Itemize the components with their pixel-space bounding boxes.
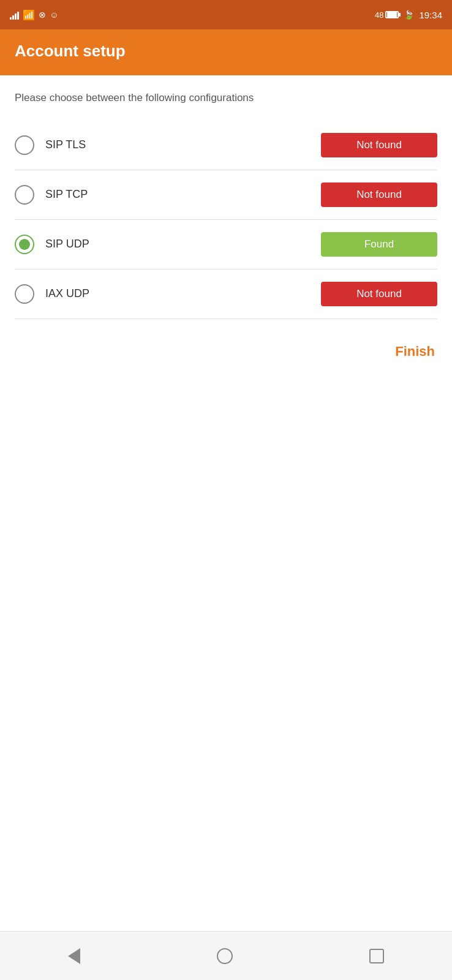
- radio-inner-sip-udp: [19, 239, 30, 250]
- recents-button[interactable]: [362, 941, 391, 971]
- option-left-sip-tcp: SIP TCP: [15, 185, 88, 205]
- radio-iax-udp[interactable]: [15, 284, 34, 304]
- status-badge-sip-tls: Not found: [321, 133, 437, 157]
- status-bar: 📶 ⊗ ☺ 48 🍃 19:34: [0, 0, 452, 29]
- status-bar-right: 48 🍃 19:34: [375, 10, 442, 20]
- back-button[interactable]: [61, 941, 88, 971]
- finish-container: Finish: [15, 319, 437, 364]
- signal-icon: [10, 10, 19, 20]
- option-label-sip-udp: SIP UDP: [45, 238, 89, 251]
- nav-bar: [0, 931, 452, 980]
- status-bar-left: 📶 ⊗ ☺: [10, 9, 58, 21]
- no-signal-icon: ⊗: [39, 10, 46, 20]
- option-row-sip-tcp[interactable]: SIP TCP Not found: [15, 170, 437, 220]
- radio-sip-udp[interactable]: [15, 235, 34, 254]
- status-badge-iax-udp: Not found: [321, 282, 437, 306]
- content-area: Please choose between the following conf…: [0, 75, 452, 931]
- status-badge-sip-udp: Found: [321, 232, 437, 257]
- home-icon: [217, 948, 233, 964]
- wifi-icon: 📶: [23, 9, 35, 21]
- leaf-icon: 🍃: [404, 10, 414, 20]
- battery-level: 48: [375, 10, 383, 20]
- radio-sip-tls[interactable]: [15, 135, 34, 155]
- back-icon: [68, 948, 80, 964]
- radio-sip-tcp[interactable]: [15, 185, 34, 205]
- option-left-iax-udp: IAX UDP: [15, 284, 89, 304]
- page-title: Account setup: [15, 42, 126, 60]
- option-row-sip-udp[interactable]: SIP UDP Found: [15, 220, 437, 270]
- page-header: Account setup: [0, 29, 452, 75]
- option-left-sip-tls: SIP TLS: [15, 135, 86, 155]
- option-left-sip-udp: SIP UDP: [15, 235, 89, 254]
- time-display: 19:34: [419, 10, 442, 20]
- option-label-iax-udp: IAX UDP: [45, 287, 89, 300]
- battery-icon: [385, 11, 399, 18]
- status-badge-sip-tcp: Not found: [321, 183, 437, 207]
- subtitle-text: Please choose between the following conf…: [15, 90, 437, 106]
- finish-button[interactable]: Finish: [393, 339, 437, 364]
- recents-icon: [369, 949, 384, 963]
- home-button[interactable]: [209, 941, 240, 971]
- battery-block: 48: [375, 10, 399, 20]
- face-icon: ☺: [50, 10, 58, 20]
- option-row-sip-tls[interactable]: SIP TLS Not found: [15, 121, 437, 170]
- options-list: SIP TLS Not found SIP TCP Not found SIP …: [15, 121, 437, 319]
- option-label-sip-tcp: SIP TCP: [45, 188, 88, 201]
- option-label-sip-tls: SIP TLS: [45, 138, 86, 151]
- option-row-iax-udp[interactable]: IAX UDP Not found: [15, 270, 437, 319]
